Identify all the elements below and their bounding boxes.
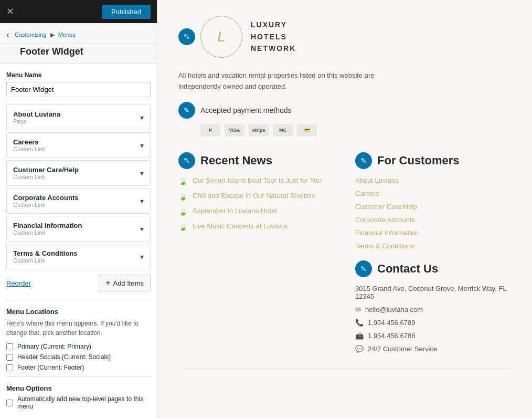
menu-item-type: Page (13, 118, 60, 124)
two-col-sections: ✎ Recent News 🍃 Our Secret Island Boat T… (178, 152, 511, 358)
menu-item-expand-button[interactable]: ▾ (140, 141, 144, 150)
for-customers-col: ✎ For Customers About LuvianaCareersCust… (355, 152, 511, 358)
service-text: 24/7 Customer Service (368, 345, 437, 353)
right-panel: ✎ L LUXURY HOTELS NETWORK All hotels and… (157, 0, 532, 419)
breadcrumb-customizing[interactable]: Customizing (15, 32, 47, 38)
menu-options-label: Menu Options (6, 384, 151, 392)
site-desc-header: All hotels and vacation rental propertie… (178, 70, 511, 97)
location-checkbox-row: Footer (Current: Footer) (6, 364, 151, 371)
site-name: LUXURY HOTELS NETWORK (251, 19, 296, 54)
menu-locations-desc: Here's where this menu appears. If you'd… (6, 319, 151, 338)
menu-item-content: Financial Information Custom Link (13, 222, 82, 236)
back-nav: ‹ Customizing ▶ Menus (0, 23, 157, 44)
news-item: 🍃 Our Secret Island Boat Tour Is Just fo… (178, 176, 334, 185)
menu-item-type: Custom Link (13, 146, 45, 152)
contact-edit-pencil[interactable]: ✎ (355, 260, 372, 277)
customer-link[interactable]: Terms & Conditions (355, 242, 511, 250)
news-link[interactable]: September in Luviana Hotel (193, 207, 276, 215)
payment-icons: P VISA stripe MC 💳 (200, 124, 511, 137)
plus-icon: + (105, 278, 110, 288)
menu-item[interactable]: Financial Information Custom Link ▾ (6, 216, 151, 242)
breadcrumb-menus[interactable]: Menus (58, 32, 76, 38)
breadcrumb-separator: ▶ (50, 32, 56, 38)
location-checkbox[interactable] (6, 354, 13, 361)
menu-item-expand-button[interactable]: ▾ (140, 197, 144, 205)
menu-item-content: Terms & Conditions Custom Link (13, 249, 78, 264)
contact-service: 💬 24/7 Customer Service (355, 345, 511, 353)
card-icon: 💳 (297, 124, 317, 137)
recent-news-heading: ✎ Recent News (178, 152, 334, 169)
menu-item-expand-button[interactable]: ▾ (140, 113, 144, 122)
footer-divider (178, 369, 511, 369)
recent-news-col: ✎ Recent News 🍃 Our Secret Island Boat T… (178, 152, 334, 358)
menu-options-section: Menu Options Automatically add new top-l… (6, 376, 151, 410)
breadcrumb: Customizing ▶ Menus (15, 32, 76, 38)
news-link[interactable]: Live Music Concerts at Luviana (193, 222, 288, 230)
add-items-button[interactable]: + Add Items (99, 275, 151, 291)
location-label: Footer (Current: Footer) (17, 364, 84, 371)
menu-item-name: Financial Information (13, 222, 82, 229)
location-checkbox[interactable] (6, 364, 13, 371)
menu-item[interactable]: Corporate Accounts Custom Link ▾ (6, 188, 151, 214)
contact-title: Contact Us (377, 262, 438, 276)
news-item: 🍃 Chill and Escape in Our Natural Shelte… (178, 192, 334, 201)
menu-item[interactable]: Careers Custom Link ▾ (6, 132, 151, 158)
menu-item-content: Customer Care/Help Custom Link (13, 166, 79, 180)
leaf-icon: 🍃 (178, 207, 187, 216)
phone-icon: 📞 (355, 319, 364, 327)
menu-item-expand-button[interactable]: ▾ (140, 169, 144, 177)
auto-add-label: Automatically add new top-level pages to… (17, 395, 151, 410)
news-edit-pencil[interactable]: ✎ (178, 152, 195, 169)
menu-item[interactable]: Customer Care/Help Custom Link ▾ (6, 160, 151, 186)
menu-items-list: About Luviana Page ▾ Careers Custom Link… (6, 104, 151, 269)
payment-section: ✎ Accepted payment methods P VISA stripe… (178, 102, 511, 137)
back-arrow-button[interactable]: ‹ (6, 29, 9, 40)
location-label: Primary (Current: Primary) (17, 343, 91, 350)
close-button[interactable]: ✕ (6, 7, 14, 16)
menu-item-content: Careers Custom Link (13, 138, 45, 152)
address-text: 3015 Grand Ave, Coconut Grove, Merrick W… (355, 285, 511, 300)
top-bar: ✕ Published (0, 0, 157, 23)
menu-item[interactable]: About Luviana Page ▾ (6, 104, 151, 130)
location-checkbox-row: Header Socials (Current: Socials) (6, 353, 151, 361)
stripe-icon: stripe (249, 124, 269, 137)
news-item: 🍃 Live Music Concerts at Luviana (178, 222, 334, 231)
menu-item-type: Custom Link (13, 202, 78, 208)
auto-add-checkbox[interactable] (6, 400, 13, 406)
site-description: All hotels and vacation rental propertie… (178, 70, 388, 92)
add-items-label: Add Items (113, 279, 144, 287)
menu-item[interactable]: Terms & Conditions Custom Link ▾ (6, 244, 151, 269)
email-text: hello@luviana.com (365, 306, 423, 313)
news-link[interactable]: Chill and Escape in Our Natural Shelters (193, 192, 315, 200)
reorder-button[interactable]: Reorder (6, 279, 31, 287)
leaf-icon: 🍃 (178, 192, 187, 201)
customer-link[interactable]: Careers (355, 190, 511, 197)
menu-item-type: Custom Link (13, 229, 82, 236)
logo-edit-pencil[interactable]: ✎ (178, 28, 195, 45)
recent-news-title: Recent News (200, 154, 272, 167)
menu-name-label: Menu Name (6, 71, 151, 79)
payment-edit-pencil[interactable]: ✎ (178, 102, 195, 119)
contact-phone2: 📠 1.954.456.6788 (355, 332, 511, 340)
customer-link[interactable]: Customer Care/Help (355, 203, 511, 211)
news-link[interactable]: Our Secret Island Boat Tour Is Just for … (193, 176, 321, 184)
site-logo: L (200, 16, 242, 58)
contact-heading: ✎ Contact Us (355, 260, 511, 277)
menu-item-content: About Luviana Page (13, 110, 60, 124)
location-checkbox[interactable] (6, 343, 13, 350)
menu-name-input[interactable] (6, 82, 151, 97)
customer-link[interactable]: Financial Information (355, 229, 511, 237)
for-customers-title: For Customers (377, 154, 459, 167)
locations-checkboxes: Primary (Current: Primary) Header Social… (6, 343, 151, 371)
leaf-icon: 🍃 (178, 223, 187, 231)
published-button[interactable]: Published (102, 5, 151, 19)
customer-link[interactable]: Corporate Accounts (355, 216, 511, 224)
menu-item-name: Careers (13, 138, 45, 146)
menu-item-expand-button[interactable]: ▾ (140, 225, 144, 233)
customer-link[interactable]: About Luviana (355, 176, 511, 184)
leaf-icon: 🍃 (178, 177, 187, 185)
menu-item-expand-button[interactable]: ▾ (140, 253, 144, 261)
customers-edit-pencil[interactable]: ✎ (355, 152, 372, 169)
menu-item-type: Custom Link (13, 257, 78, 264)
menu-item-name: About Luviana (13, 110, 60, 118)
